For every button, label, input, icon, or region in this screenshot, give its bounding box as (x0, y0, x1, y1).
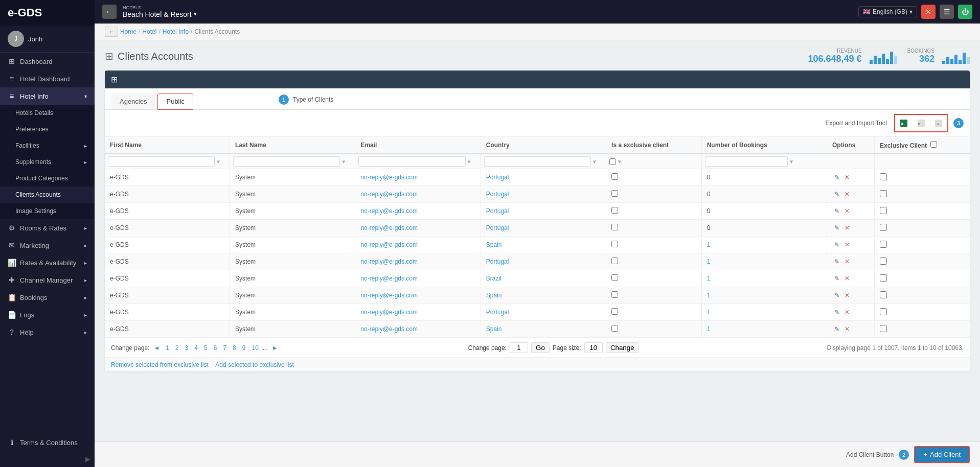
edit-button[interactable]: ✎ (832, 223, 841, 232)
exclusive-client-checkbox[interactable] (880, 308, 887, 315)
sidebar-item-bookings[interactable]: 📋 Bookings ▸ (0, 289, 95, 306)
breadcrumb-back-btn[interactable]: ← (105, 27, 118, 37)
edit-button[interactable]: ✎ (832, 240, 841, 249)
filter-first-name-input[interactable] (108, 156, 215, 167)
delete-button[interactable]: ✕ (842, 190, 852, 199)
delete-button[interactable]: ✕ (842, 240, 852, 249)
page-link-9[interactable]: 9 (240, 344, 248, 352)
sidebar-item-rates-availability[interactable]: 📊 Rates & Availability ▸ (0, 254, 95, 271)
delete-button[interactable]: ✕ (842, 308, 852, 317)
page-link-3[interactable]: 3 (183, 344, 191, 352)
exclusive-client-header-checkbox[interactable] (930, 141, 937, 148)
close-button[interactable]: ✕ (921, 5, 936, 19)
exclusive-checkbox[interactable] (611, 325, 618, 332)
email-link[interactable]: no-reply@e-gds.com (360, 224, 418, 231)
email-link[interactable]: no-reply@e-gds.com (360, 174, 418, 181)
email-link[interactable]: no-reply@e-gds.com (360, 292, 418, 299)
email-link[interactable]: no-reply@e-gds.com (360, 275, 418, 282)
menu-button[interactable]: ☰ (940, 5, 954, 19)
sidebar-item-hotel-dashboard[interactable]: ≡ Hotel Dashboard (0, 70, 95, 87)
exclusive-checkbox[interactable] (611, 241, 618, 247)
email-link[interactable]: no-reply@e-gds.com (360, 309, 418, 316)
xlsx-export-btn[interactable]: X (896, 116, 911, 130)
email-link[interactable]: no-reply@e-gds.com (360, 325, 418, 333)
edit-button[interactable]: ✎ (832, 206, 841, 216)
delete-button[interactable]: ✕ (842, 274, 852, 283)
exclusive-checkbox[interactable] (611, 291, 618, 298)
exclusive-client-checkbox[interactable] (880, 325, 887, 332)
exclusive-client-checkbox[interactable] (880, 207, 887, 214)
exclusive-client-checkbox[interactable] (880, 258, 887, 265)
edit-button[interactable]: ✎ (832, 324, 841, 334)
exclusive-client-checkbox[interactable] (880, 241, 887, 248)
exclusive-client-checkbox[interactable] (880, 291, 887, 298)
edit-button[interactable]: ✎ (832, 190, 841, 199)
sidebar-item-dashboard[interactable]: ⊞ Dashboard (0, 53, 95, 70)
prev-page-btn[interactable]: ◄ (151, 344, 162, 352)
breadcrumb-hotel-info[interactable]: Hotel Info (163, 28, 189, 35)
filter-bookings-input[interactable] (705, 156, 788, 167)
sidebar-item-marketing[interactable]: ✉ Marketing ▸ (0, 237, 95, 254)
filter-last-name-input[interactable] (233, 156, 340, 167)
exclusive-client-checkbox[interactable] (880, 190, 887, 197)
delete-button[interactable]: ✕ (842, 291, 852, 300)
page-link-7[interactable]: 7 (221, 344, 229, 352)
back-button[interactable]: ← (102, 5, 117, 19)
remove-exclusive-link[interactable]: Remove selected from exclusive list (111, 361, 209, 368)
email-link[interactable]: no-reply@e-gds.com (360, 207, 418, 215)
sidebar-item-image-settings[interactable]: Image Settings (0, 203, 95, 219)
go-button[interactable]: Go (531, 342, 550, 353)
page-link-4[interactable]: 4 (192, 344, 200, 352)
sidebar-item-preferences[interactable]: Preferences (0, 121, 95, 137)
sidebar-collapse-btn[interactable]: ▶ (0, 451, 95, 467)
exclusive-client-checkbox[interactable] (880, 224, 887, 231)
breadcrumb-home[interactable]: Home (120, 28, 136, 35)
page-link-5[interactable]: 5 (202, 344, 210, 352)
import-btn[interactable]: ⇥ (931, 116, 946, 130)
filter-exclusive-checkbox[interactable] (609, 158, 616, 165)
sidebar-item-hotels-details[interactable]: Hotels Details (0, 105, 95, 121)
edit-button[interactable]: ✎ (832, 173, 841, 182)
page-link-6[interactable]: 6 (212, 344, 219, 352)
email-link[interactable]: no-reply@e-gds.com (360, 241, 418, 248)
sidebar-item-logs[interactable]: 📄 Logs ▸ (0, 306, 95, 323)
exclusive-checkbox[interactable] (611, 224, 618, 230)
edit-button[interactable]: ✎ (832, 257, 841, 266)
add-exclusive-link[interactable]: Add selected to exclusive list (215, 361, 293, 368)
page-link-10[interactable]: 10 (249, 344, 260, 352)
delete-button[interactable]: ✕ (842, 206, 852, 216)
sidebar-item-channel-manager[interactable]: ✚ Channel Manager ▸ (0, 271, 95, 289)
tab-agencies[interactable]: Agencies (111, 94, 155, 109)
email-link[interactable]: no-reply@e-gds.com (360, 258, 418, 265)
filter-email-input[interactable] (358, 156, 465, 167)
exclusive-client-checkbox[interactable] (880, 173, 887, 180)
delete-button[interactable]: ✕ (842, 257, 852, 266)
edit-button[interactable]: ✎ (832, 291, 841, 300)
sidebar-item-facilities[interactable]: Facilities ▸ (0, 137, 95, 154)
page-link-8[interactable]: 8 (231, 344, 238, 352)
delete-button[interactable]: ✕ (842, 173, 852, 182)
change-page-size-button[interactable]: Change (606, 342, 639, 353)
exclusive-checkbox[interactable] (611, 258, 618, 264)
exclusive-checkbox[interactable] (611, 308, 618, 315)
sidebar-item-supplements[interactable]: Supplements ▸ (0, 154, 95, 170)
page-link-2[interactable]: 2 (173, 344, 181, 352)
tab-public[interactable]: Public (157, 94, 193, 110)
sidebar-item-clients-accounts[interactable]: Clients Accounts (0, 186, 95, 203)
exclusive-checkbox[interactable] (611, 207, 618, 214)
sidebar-item-product-categories[interactable]: Product Categories (0, 170, 95, 186)
page-link-1[interactable]: 1 (164, 344, 171, 352)
sidebar-item-help[interactable]: ? Help ▸ (0, 323, 95, 341)
sidebar-item-terms[interactable]: ℹ Terms & Conditions (0, 434, 95, 451)
delete-button[interactable]: ✕ (842, 324, 852, 334)
exclusive-checkbox[interactable] (611, 274, 618, 281)
delete-button[interactable]: ✕ (842, 223, 852, 232)
breadcrumb-hotel[interactable]: Hotel (142, 28, 156, 35)
page-size-input[interactable] (584, 342, 603, 353)
language-button[interactable]: 🇬🇧 English (GB) ▾ (858, 6, 917, 17)
exclusive-checkbox[interactable] (611, 190, 618, 197)
filter-country-input[interactable] (484, 156, 591, 167)
edit-button[interactable]: ✎ (832, 274, 841, 283)
exclusive-client-checkbox[interactable] (880, 274, 887, 282)
sidebar-item-hotel-info[interactable]: ≡ Hotel Info ▾ (0, 87, 95, 105)
